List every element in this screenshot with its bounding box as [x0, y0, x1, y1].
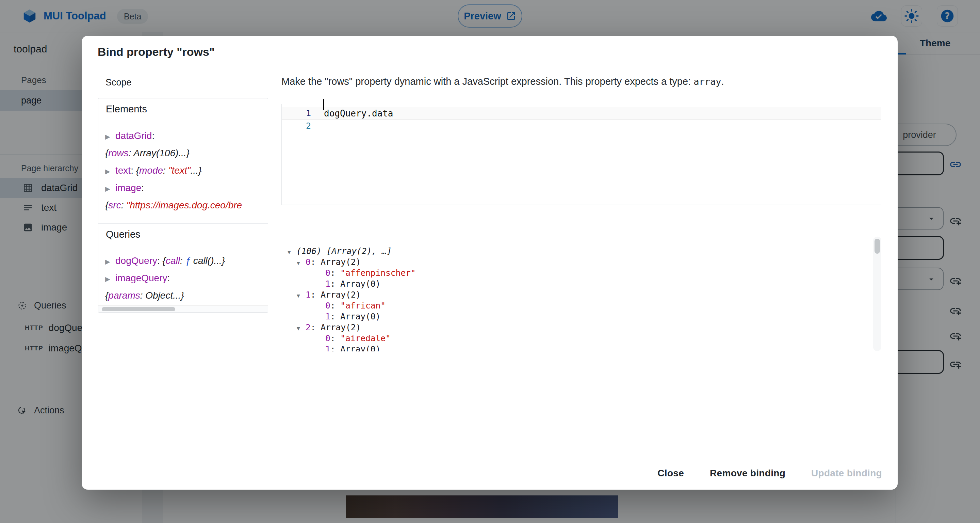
t-pv: :	[180, 255, 185, 266]
scope-section-body: ▶dataGrid: {rows: Array(106)...}▶text: {…	[98, 120, 268, 223]
o-tri: ▼	[297, 258, 305, 268]
o-val: Array(2)	[321, 322, 361, 332]
o-key: 0	[325, 301, 331, 311]
binding-instruction: Make the "rows" property dynamic with a …	[282, 76, 724, 87]
t-pv: ...}	[191, 165, 202, 176]
t-pvname: mode	[139, 165, 163, 176]
t-pvname: src	[108, 200, 121, 210]
scope-browser: Elements▶dataGrid: {rows: Array(106)...}…	[98, 98, 268, 313]
remove-binding-button[interactable]: Remove binding	[701, 461, 794, 485]
scope-horizontal-scrollbar[interactable]	[98, 305, 268, 312]
tri: ▶	[105, 129, 115, 145]
scope-tree-line[interactable]: {src: "https://images.dog.ceo/bre	[105, 197, 268, 215]
close-button[interactable]: Close	[649, 461, 693, 485]
t-pv: {	[136, 165, 139, 176]
update-binding-button[interactable]: Update binding	[802, 461, 891, 485]
result-tree-row[interactable]: 1: Array(0)	[288, 279, 866, 290]
t-pv: :	[121, 200, 127, 210]
scope-tree-line[interactable]: ▶dataGrid:	[105, 128, 268, 145]
editor-line[interactable]: 1 dogQuery.data	[282, 107, 881, 120]
t-plain: :	[141, 182, 144, 193]
o-key: 0	[305, 257, 311, 267]
o-key: 1	[325, 344, 331, 351]
instruction-text: Make the "rows" property dynamic with a …	[282, 76, 694, 87]
scope-section-title: Elements	[98, 99, 268, 120]
scope-section-body: ▶dogQuery: {call: ƒ call()...}▶imageQuer…	[98, 245, 268, 313]
t-pvname: call	[166, 255, 180, 266]
o-key: 1	[305, 290, 311, 300]
dialog-title: Bind property "rows"	[98, 45, 215, 59]
t-pv: ...}	[214, 255, 225, 266]
t-pvstr: "text"	[169, 165, 191, 176]
o-plain: :	[311, 322, 321, 332]
o-tri	[317, 345, 325, 351]
editor-code: dogQuery.data	[320, 108, 393, 118]
t-pvname: params	[108, 290, 140, 301]
result-tree-row[interactable]: 1: Array(0)	[288, 344, 866, 351]
tri: ▶	[105, 181, 115, 197]
o-str: "affenpinscher"	[340, 268, 415, 278]
o-val: Array(2)	[321, 290, 361, 300]
t-pvfn: ƒ	[185, 255, 193, 266]
scope-tree-line[interactable]: ▶imageQuery:	[105, 270, 268, 287]
t-pv: {	[105, 148, 108, 158]
o-tri: ▼	[297, 291, 305, 301]
o-plain: :	[311, 290, 321, 300]
o-tri: ▼	[288, 247, 296, 257]
result-tree-row[interactable]: ▼(106) [Array(2), …]	[288, 246, 866, 257]
scope-label: Scope	[105, 77, 132, 88]
scrollbar-thumb[interactable]	[875, 239, 880, 254]
t-plain: :	[152, 131, 154, 141]
tri: ▶	[105, 163, 115, 180]
dialog-actions: Close Remove binding Update binding	[649, 461, 891, 485]
o-tri	[317, 269, 325, 279]
bind-property-dialog: Bind property "rows" Scope Elements▶data…	[82, 36, 898, 490]
o-val: Array(2)	[321, 257, 361, 267]
o-val: Array(0)	[340, 311, 380, 321]
t-pv: {	[163, 255, 166, 266]
o-plain: :	[331, 344, 340, 351]
scope-tree-line[interactable]: ▶text: {mode: "text"...}	[105, 163, 268, 180]
t-plain: :	[130, 165, 136, 176]
tri: ▶	[105, 254, 115, 270]
result-scrollbar[interactable]	[873, 237, 881, 351]
o-plain: :	[331, 301, 340, 311]
o-plain: :	[331, 333, 340, 343]
result-tree-row[interactable]: 1: Array(0)	[288, 311, 866, 322]
expected-type: array	[694, 76, 721, 87]
scope-tree-line[interactable]: ▶dogQuery: {call: ƒ call()...}	[105, 253, 268, 270]
t-plain: :	[167, 273, 170, 283]
result-tree-row[interactable]: ▼2: Array(2)	[288, 322, 866, 333]
js-expression-editor[interactable]: 1 dogQuery.data 2	[282, 104, 881, 205]
text-cursor	[323, 99, 324, 110]
t-pv: Object...}	[145, 290, 184, 301]
o-key: 0	[325, 268, 331, 278]
o-tri	[317, 313, 325, 322]
scrollbar-thumb[interactable]	[102, 307, 175, 311]
result-tree-row[interactable]: ▼0: Array(2)	[288, 257, 866, 268]
tri: ▶	[105, 271, 115, 287]
o-key: 1	[325, 279, 331, 289]
o-key: 1	[325, 311, 331, 321]
t-name: text	[115, 165, 130, 176]
result-tree-row[interactable]: 0: "airedale"	[288, 333, 866, 344]
scope-tree-line[interactable]: {params: Object...}	[105, 287, 268, 305]
t-pv: :	[140, 290, 146, 301]
scope-tree-line[interactable]: ▶image:	[105, 180, 268, 197]
t-pv: :	[163, 165, 169, 176]
o-plain: :	[311, 257, 321, 267]
instruction-period: .	[721, 76, 724, 87]
t-pvname: rows	[108, 148, 128, 158]
o-val: Array(0)	[340, 344, 380, 351]
result-tree-row[interactable]: 0: "affenpinscher"	[288, 268, 866, 279]
t-name: dataGrid	[115, 131, 152, 141]
result-tree-row[interactable]: ▼1: Array(2)	[288, 290, 866, 301]
editor-line[interactable]: 2	[282, 120, 881, 132]
scope-tree-line[interactable]: {rows: Array(106)...}	[105, 145, 268, 163]
t-pv: :	[128, 148, 134, 158]
o-plain: :	[331, 279, 340, 289]
line-number: 1	[282, 108, 320, 118]
result-tree-row[interactable]: 0: "african"	[288, 301, 866, 311]
line-number: 2	[282, 121, 320, 131]
t-pv: {	[105, 290, 108, 301]
